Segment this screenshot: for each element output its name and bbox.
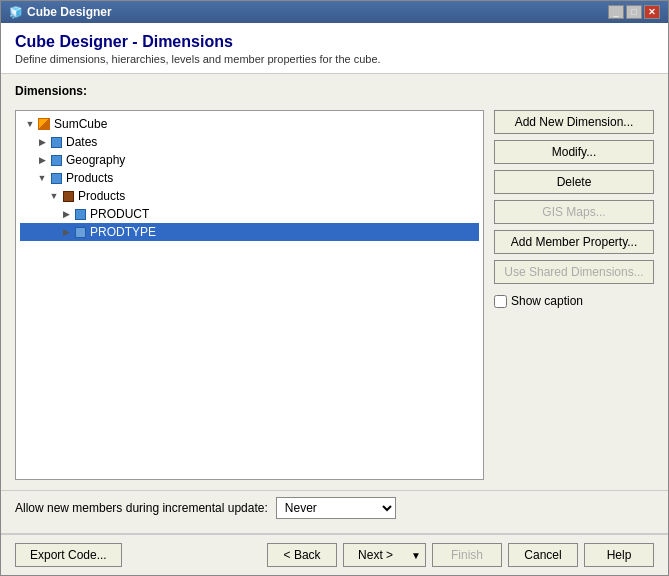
tree-label-prodtype: PRODTYPE	[90, 225, 156, 239]
title-bar: 🧊 Cube Designer _ □ ✕	[1, 1, 668, 23]
dim-icon-products	[48, 170, 64, 186]
tree-label-dates: Dates	[66, 135, 97, 149]
tree-label-product: PRODUCT	[90, 207, 149, 221]
delete-button[interactable]: Delete	[494, 170, 654, 194]
tree-item-prodtype[interactable]: ▶ PRODTYPE	[20, 223, 479, 241]
help-button[interactable]: Help	[584, 543, 654, 567]
expander-product[interactable]: ▶	[60, 208, 72, 220]
tree-panel[interactable]: ▼ SumCube ▶ Dates ▶	[15, 110, 484, 480]
tree-label-geography: Geography	[66, 153, 125, 167]
dim-icon-geography	[48, 152, 64, 168]
close-button[interactable]: ✕	[644, 5, 660, 19]
title-bar-left: 🧊 Cube Designer	[9, 5, 112, 19]
expander-prodtype[interactable]: ▶	[60, 226, 72, 238]
tree-label-products-dim: Products	[66, 171, 113, 185]
dimensions-label: Dimensions:	[15, 84, 654, 98]
expander-geography[interactable]: ▶	[36, 154, 48, 166]
gis-maps-button[interactable]: GIS Maps...	[494, 200, 654, 224]
expander-dates[interactable]: ▶	[36, 136, 48, 148]
tree-item-products-hier[interactable]: ▼ Products	[20, 187, 479, 205]
back-button[interactable]: < Back	[267, 543, 337, 567]
expander-products-dim[interactable]: ▼	[36, 172, 48, 184]
modify-button[interactable]: Modify...	[494, 140, 654, 164]
footer: Export Code... < Back Next > ▼ Finish Ca…	[1, 533, 668, 575]
show-caption-checkbox[interactable]	[494, 295, 507, 308]
app-icon: 🧊	[9, 6, 23, 19]
hier-icon-products	[60, 188, 76, 204]
cube-icon	[36, 116, 52, 132]
tree-item-products-dim[interactable]: ▼ Products	[20, 169, 479, 187]
use-shared-dimensions-button[interactable]: Use Shared Dimensions...	[494, 260, 654, 284]
level-icon-prodtype	[72, 224, 88, 240]
expander-products-hier[interactable]: ▼	[48, 190, 60, 202]
add-new-dimension-button[interactable]: Add New Dimension...	[494, 110, 654, 134]
footer-left: Export Code...	[15, 543, 122, 567]
tree-label-products-hier: Products	[78, 189, 125, 203]
finish-button[interactable]: Finish	[432, 543, 502, 567]
tree-item-geography[interactable]: ▶ Geography	[20, 151, 479, 169]
next-button[interactable]: Next >	[343, 543, 407, 567]
main-window: 🧊 Cube Designer _ □ ✕ Cube Designer - Di…	[0, 0, 669, 576]
level-icon-product	[72, 206, 88, 222]
incremental-select[interactable]: Never Always Ask	[276, 497, 396, 519]
header-area: Cube Designer - Dimensions Define dimens…	[1, 23, 668, 74]
window-title: Cube Designer	[27, 5, 112, 19]
show-caption-row: Show caption	[494, 294, 654, 308]
title-bar-controls: _ □ ✕	[608, 5, 660, 19]
tree-label-sumcube: SumCube	[54, 117, 107, 131]
page-description: Define dimensions, hierarchies, levels a…	[15, 53, 654, 65]
footer-right: < Back Next > ▼ Finish Cancel Help	[267, 543, 654, 567]
buttons-panel: Add New Dimension... Modify... Delete GI…	[494, 110, 654, 480]
export-code-button[interactable]: Export Code...	[15, 543, 122, 567]
expander-sumcube[interactable]: ▼	[24, 118, 36, 130]
minimize-button[interactable]: _	[608, 5, 624, 19]
tree-item-dates[interactable]: ▶ Dates	[20, 133, 479, 151]
bottom-area: Allow new members during incremental upd…	[1, 490, 668, 533]
maximize-button[interactable]: □	[626, 5, 642, 19]
dim-icon-dates	[48, 134, 64, 150]
next-button-group: Next > ▼	[343, 543, 426, 567]
add-member-property-button[interactable]: Add Member Property...	[494, 230, 654, 254]
tree-item-product[interactable]: ▶ PRODUCT	[20, 205, 479, 223]
cancel-button[interactable]: Cancel	[508, 543, 578, 567]
next-dropdown-button[interactable]: ▼	[407, 543, 426, 567]
page-title: Cube Designer - Dimensions	[15, 33, 654, 51]
incremental-label: Allow new members during incremental upd…	[15, 501, 268, 515]
incremental-row: Allow new members during incremental upd…	[15, 497, 654, 519]
main-content: Dimensions: ▼ SumCube ▶	[1, 74, 668, 490]
content-area: ▼ SumCube ▶ Dates ▶	[15, 110, 654, 480]
show-caption-label: Show caption	[511, 294, 583, 308]
tree-item-sumcube[interactable]: ▼ SumCube	[20, 115, 479, 133]
